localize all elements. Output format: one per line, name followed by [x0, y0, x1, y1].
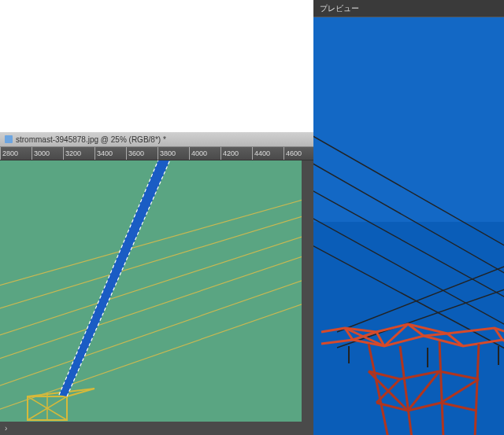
ruler-tick: 3600: [126, 147, 158, 160]
preview-image[interactable]: [313, 17, 504, 435]
svg-line-5: [0, 294, 302, 420]
preview-panel-title: プレビュー: [320, 3, 359, 14]
ruler-tick: 3400: [94, 147, 126, 160]
document-tab-label: strommast-3945878.jpg @ 25% (RGB/8*) *: [16, 135, 166, 144]
svg-line-0: [0, 192, 302, 294]
svg-marker-12: [59, 160, 173, 396]
workspace-empty-area: [0, 0, 313, 132]
canvas-artwork: [0, 160, 302, 422]
svg-line-2: [0, 227, 302, 345]
status-bar: ›: [0, 422, 313, 435]
preview-panel: プレビュー: [313, 0, 504, 435]
svg-line-3: [0, 247, 302, 369]
ruler-tick: 3200: [63, 147, 94, 160]
chevron-right-icon[interactable]: ›: [5, 424, 7, 433]
ruler-tick: 3800: [158, 147, 189, 160]
ruler-tick: 4600: [284, 147, 313, 160]
ruler-tick: 4000: [189, 147, 220, 160]
ruler-tick: 4400: [252, 147, 284, 160]
preview-panel-header[interactable]: プレビュー: [313, 0, 504, 17]
ruler-tick: 4200: [220, 147, 252, 160]
document-icon: [5, 135, 13, 143]
svg-line-1: [0, 208, 302, 318]
horizontal-ruler[interactable]: 2800 3000 3200 3400 3600 3800 4000 4200 …: [0, 147, 313, 160]
svg-line-13: [67, 160, 173, 396]
ruler-tick: 2800: [0, 147, 32, 160]
canvas-mask-overlay: [0, 160, 302, 422]
document-panel: strommast-3945878.jpg @ 25% (RGB/8*) * 2…: [0, 132, 313, 435]
document-tab[interactable]: strommast-3945878.jpg @ 25% (RGB/8*) *: [0, 132, 313, 147]
svg-line-4: [0, 271, 302, 396]
canvas-viewport[interactable]: [0, 160, 302, 422]
preview-artwork: [313, 17, 504, 435]
vertical-scrollbar[interactable]: [302, 160, 313, 422]
ruler-tick: 3000: [32, 147, 63, 160]
